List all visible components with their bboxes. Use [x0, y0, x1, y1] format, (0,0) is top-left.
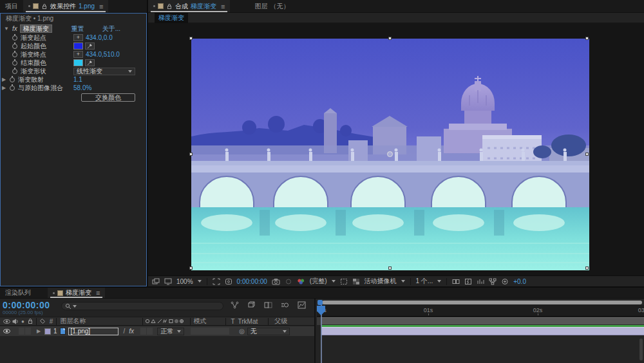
comp-mini-flowchart-icon[interactable] [231, 301, 239, 309]
draft-3d-icon[interactable] [247, 301, 256, 309]
time-ruler[interactable]: 0s 01s 02s 03s [317, 305, 644, 317]
exposure-value[interactable]: +0.0 [513, 278, 526, 285]
magnification-menu-icon[interactable] [152, 278, 160, 285]
timeline-search-field[interactable] [61, 302, 223, 310]
show-snapshot-icon[interactable] [285, 278, 292, 285]
composition-image-layer[interactable] [191, 39, 589, 270]
zoom-level-dropdown[interactable]: 100% [176, 278, 193, 285]
property-value[interactable]: 434.0,0.0 [86, 34, 113, 41]
property-value[interactable]: 58.0% [73, 84, 91, 91]
twirl-closed-icon[interactable]: ▶ [1, 77, 7, 82]
fast-preview-icon[interactable] [464, 278, 472, 285]
mask-visibility-icon[interactable] [225, 278, 232, 285]
3d-view-dropdown[interactable]: 活动摄像机 [365, 277, 397, 286]
twirl-open-icon[interactable]: ▼ [3, 26, 10, 32]
playhead-navigator-handle[interactable] [317, 300, 323, 305]
tab-project[interactable]: 项目 [0, 0, 23, 12]
fx-switch-icon[interactable]: fx [129, 328, 134, 335]
fx-badge-icon[interactable]: fx [12, 25, 17, 32]
trkmat-column-label[interactable]: TrkMat [238, 318, 258, 325]
tab-effect-controls[interactable]: 效果控件 1.png ≡ [23, 0, 108, 12]
selection-handle[interactable] [585, 37, 589, 40]
tab-timeline-comp[interactable]: 梯度渐变 ≡ [48, 288, 105, 298]
quality-switch-icon[interactable]: / [124, 328, 126, 335]
panel-menu-icon[interactable]: ≡ [221, 3, 225, 10]
chevron-down-icon [437, 280, 441, 283]
stopwatch-icon[interactable] [12, 60, 17, 66]
selection-handle[interactable] [585, 153, 589, 156]
parent-dropdown[interactable]: 无 [247, 328, 290, 335]
effect-about-link[interactable]: 关于... [102, 24, 120, 33]
panel-icon [33, 3, 39, 9]
solo-toggle[interactable] [19, 328, 24, 335]
effect-name[interactable]: 梯度渐变 [20, 24, 52, 33]
blend-mode-dropdown[interactable]: 正常 [157, 328, 184, 335]
mode-column-label[interactable]: 模式 [193, 317, 206, 326]
selection-handle[interactable] [189, 266, 193, 270]
layer-row-1[interactable]: ▶ 1 [1.png] / fx 正常 ◎ 无 [0, 326, 314, 336]
stopwatch-icon[interactable] [12, 35, 17, 41]
selection-handle[interactable] [189, 153, 193, 156]
comp-flowchart-icon[interactable] [489, 278, 497, 285]
grid-guides-icon[interactable] [213, 278, 220, 285]
lock-toggle[interactable] [25, 328, 31, 335]
timeline-vertical-scrollbar[interactable] [639, 339, 643, 360]
work-area-bar[interactable] [321, 317, 644, 325]
region-of-interest-icon[interactable] [340, 278, 348, 285]
layer-name-field[interactable]: [1.png] [68, 328, 118, 335]
switch-cell[interactable] [147, 328, 153, 335]
swap-colors-button[interactable]: 交换颜色 [81, 93, 135, 102]
property-value[interactable]: 434.0,510.0 [86, 51, 120, 58]
tab-composition[interactable]: 合成 梯度渐变 ≡ [148, 0, 230, 12]
panel-menu-icon[interactable]: ≡ [96, 289, 100, 297]
snapshot-camera-icon[interactable] [272, 278, 280, 285]
time-navigator-bar[interactable] [322, 301, 642, 304]
viewer-timecode[interactable]: 0:00:00:00 [237, 278, 267, 285]
ramp-shape-dropdown[interactable]: 线性渐变 [73, 68, 135, 75]
monitor-icon[interactable] [164, 278, 172, 285]
tab-layer[interactable]: 图层 （无） [249, 0, 294, 12]
pixel-aspect-correction-icon[interactable] [452, 278, 460, 285]
layer-duration-bar[interactable] [321, 327, 644, 335]
layer-twirl-icon[interactable]: ▶ [35, 328, 42, 334]
current-time-display[interactable]: 0:00:00:00 [3, 300, 50, 310]
trkmat-cell[interactable] [191, 328, 229, 335]
point-picker-icon[interactable]: + [73, 34, 83, 41]
anchor-point[interactable] [387, 151, 393, 157]
point-picker-icon[interactable]: + [73, 51, 83, 58]
timeline-panel-icon[interactable] [477, 278, 484, 285]
twirl-closed-icon[interactable]: ▶ [1, 85, 7, 91]
reset-exposure-icon[interactable] [501, 278, 509, 285]
stopwatch-icon[interactable] [12, 69, 17, 74]
stopwatch-icon[interactable] [10, 77, 15, 82]
layer-visibility-eye-icon[interactable] [3, 328, 11, 334]
selection-handle[interactable] [388, 37, 392, 40]
transparency-grid-icon[interactable] [352, 278, 360, 285]
resolution-dropdown[interactable]: (完整) [310, 277, 327, 286]
effect-reset-link[interactable]: 重置 [71, 24, 84, 33]
eyedropper-icon[interactable] [85, 42, 95, 50]
parent-column-label[interactable]: 父级 [274, 317, 287, 326]
graph-editor-icon[interactable] [298, 301, 306, 309]
selection-handle[interactable] [585, 266, 589, 270]
stopwatch-icon[interactable] [10, 86, 15, 91]
parent-pickwhip-icon[interactable]: ◎ [239, 328, 245, 335]
comp-breadcrumb-chip[interactable]: 梯度渐变 [155, 13, 188, 23]
switch-cell[interactable] [140, 328, 146, 335]
panel-menu-icon[interactable]: ≡ [99, 3, 103, 10]
stopwatch-icon[interactable] [12, 52, 17, 57]
frame-blending-icon[interactable] [264, 301, 272, 309]
end-color-swatch[interactable] [73, 59, 83, 66]
selection-handle[interactable] [189, 37, 193, 40]
eyedropper-icon[interactable] [85, 59, 95, 66]
layer-name-column-label[interactable]: 图层名称 [60, 317, 86, 326]
start-color-swatch[interactable] [73, 42, 83, 50]
selection-handle[interactable] [388, 266, 392, 270]
stopwatch-icon[interactable] [12, 44, 17, 49]
view-layout-dropdown[interactable]: 1 个... [416, 277, 433, 286]
property-value[interactable]: 1.1 [73, 76, 82, 83]
tab-render-queue[interactable]: 渲染队列 [0, 288, 36, 298]
motion-blur-icon[interactable] [281, 301, 289, 309]
layer-label-color[interactable] [44, 328, 51, 335]
show-channels-icon[interactable] [297, 278, 305, 285]
